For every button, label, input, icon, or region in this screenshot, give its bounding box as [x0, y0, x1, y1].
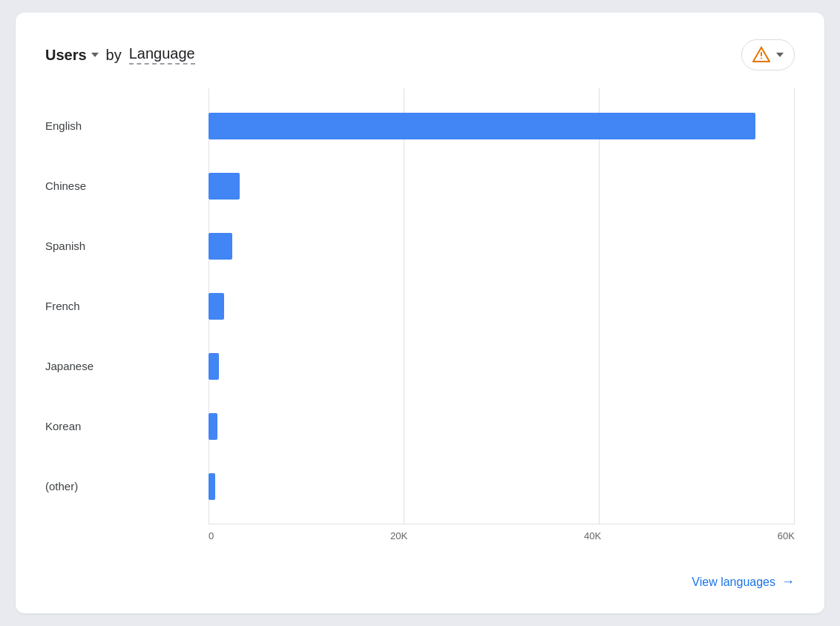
y-label: Chinese — [45, 165, 197, 207]
bar-row — [209, 466, 795, 507]
bar-row — [209, 286, 795, 327]
language-label: Language — [129, 45, 195, 65]
users-chevron-icon — [91, 53, 99, 57]
bar — [209, 353, 219, 380]
view-languages-label: View languages — [692, 576, 775, 589]
view-languages-link[interactable]: View languages → — [692, 574, 795, 590]
bar-row — [209, 165, 795, 207]
bar-row — [209, 406, 795, 447]
x-axis: 020K40K60K — [209, 524, 795, 541]
bars-section: EnglishChineseSpanishFrenchJapaneseKorea… — [45, 88, 795, 524]
bar — [209, 233, 232, 260]
y-axis-labels: EnglishChineseSpanishFrenchJapaneseKorea… — [45, 88, 209, 524]
x-axis-label: 0 — [209, 530, 214, 541]
users-label: Users — [45, 47, 87, 64]
card: Users by Language EnglishChineseSpanishF… — [16, 13, 824, 613]
bar — [209, 413, 217, 440]
plot-area — [209, 88, 795, 524]
y-label: English — [45, 105, 197, 147]
by-text: by — [106, 47, 122, 64]
y-label: Spanish — [45, 225, 197, 267]
x-axis-label: 20K — [390, 530, 407, 541]
y-label: (other) — [45, 466, 197, 507]
chart-footer: View languages → — [45, 568, 795, 590]
bar — [209, 173, 240, 200]
chart-header: Users by Language — [45, 39, 795, 70]
arrow-right-icon: → — [781, 574, 795, 590]
y-label: French — [45, 286, 197, 327]
users-dropdown-button[interactable]: Users — [45, 47, 99, 64]
x-axis-labels: 020K40K60K — [209, 530, 795, 541]
svg-point-0 — [761, 58, 762, 59]
bars-container — [209, 88, 795, 524]
bar — [209, 293, 224, 320]
x-axis-label: 40K — [584, 530, 601, 541]
bar-row — [209, 346, 795, 387]
chart-title: Users by Language — [45, 45, 195, 65]
alert-chevron-icon — [776, 53, 784, 57]
x-axis-label: 60K — [778, 530, 795, 541]
bar-row — [209, 225, 795, 267]
alert-dropdown-button[interactable] — [741, 39, 795, 70]
bar — [209, 113, 755, 139]
bar — [209, 473, 215, 500]
bar-row — [209, 105, 795, 147]
y-label: Korean — [45, 406, 197, 447]
y-label: Japanese — [45, 346, 197, 387]
alert-icon — [752, 46, 770, 64]
chart-area: EnglishChineseSpanishFrenchJapaneseKorea… — [45, 88, 795, 541]
